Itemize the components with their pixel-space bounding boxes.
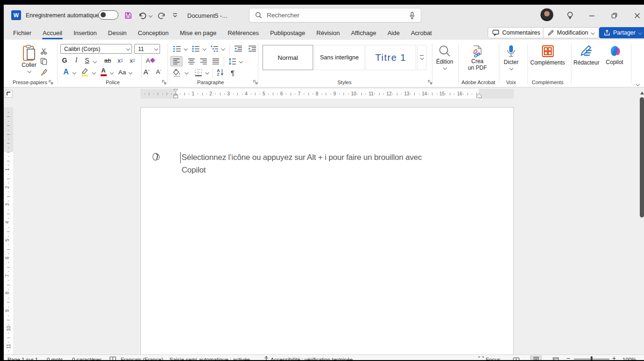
autocomplete-status[interactable]: Saisie semi-automatique : activée <box>169 356 250 360</box>
borders-button[interactable] <box>193 67 204 78</box>
superscript-button[interactable]: x2 <box>127 56 138 65</box>
borders-dropdown[interactable] <box>204 70 210 75</box>
customize-quick-access-button[interactable] <box>169 10 181 21</box>
copilot-placeholder-line2[interactable]: Copilot <box>182 166 206 175</box>
strikethrough-button[interactable]: ab <box>102 56 113 65</box>
ribbon-tab[interactable]: Conception <box>132 26 175 40</box>
scroll-up-arrow[interactable] <box>640 92 644 94</box>
multilevel-list-button[interactable] <box>209 44 220 53</box>
multilevel-dropdown[interactable] <box>220 46 226 51</box>
redo-button[interactable] <box>156 10 168 21</box>
comments-button[interactable]: Commentaires <box>488 27 545 38</box>
clear-formatting-button[interactable]: A <box>144 56 156 65</box>
language-indicator[interactable]: Français (France) <box>121 356 163 360</box>
ribbon-tab[interactable]: Accueil <box>37 26 68 40</box>
highlight-color-button[interactable] <box>79 67 91 77</box>
ribbon-tab[interactable]: Dessin <box>102 26 132 40</box>
increase-indent-button[interactable] <box>246 44 258 53</box>
microphone-icon[interactable] <box>409 12 415 19</box>
ribbon-tab[interactable]: Insertion <box>68 26 102 40</box>
align-center-button[interactable] <box>185 56 198 66</box>
read-mode-button[interactable] <box>510 355 522 360</box>
restore-button[interactable] <box>608 9 620 22</box>
font-color-dropdown[interactable] <box>109 70 114 75</box>
italic-button[interactable]: I <box>72 56 80 65</box>
shading-dropdown[interactable] <box>183 70 189 75</box>
bullets-dropdown[interactable] <box>183 46 188 51</box>
font-name-combobox[interactable]: Calibri (Corps) <box>60 44 132 54</box>
numbering-button[interactable] <box>190 44 201 53</box>
print-layout-button[interactable] <box>530 355 542 360</box>
addins-button[interactable]: Compléments <box>528 45 567 66</box>
word-logo-icon[interactable]: W <box>11 10 21 20</box>
copy-button[interactable] <box>38 57 49 66</box>
style-no-spacing[interactable]: Sans interligne <box>314 45 365 70</box>
bold-button[interactable]: G <box>60 56 69 65</box>
line-spacing-dropdown[interactable] <box>238 58 243 64</box>
align-right-button[interactable] <box>198 56 210 66</box>
share-button[interactable]: Partager <box>599 27 644 38</box>
zoom-out-button[interactable]: − <box>566 355 570 360</box>
autosave-toggle[interactable] <box>98 10 118 20</box>
editing-group-button[interactable]: Édition <box>432 45 457 70</box>
editor-button[interactable]: Rédacteur <box>572 45 601 66</box>
copilot-ghost-icon[interactable] <box>151 152 160 161</box>
ribbon-tab[interactable]: Aide <box>382 26 405 40</box>
undo-dropdown[interactable] <box>147 10 154 21</box>
ribbon-tab[interactable]: Affichage <box>345 26 382 40</box>
style-heading1[interactable]: Titre 1 <box>366 45 416 70</box>
proofing-book-icon[interactable] <box>110 356 116 360</box>
ribbon-tab[interactable]: Mise en page <box>174 26 222 40</box>
zoom-in-button[interactable]: + <box>612 355 616 360</box>
cut-button[interactable] <box>38 46 49 56</box>
bullets-button[interactable] <box>171 44 183 53</box>
shrink-font-button[interactable]: Aˇ <box>153 66 165 77</box>
vertical-scrollbar-thumb[interactable] <box>640 97 644 217</box>
ribbon-tab[interactable]: Révision <box>311 26 345 40</box>
underline-button[interactable]: S <box>83 56 91 65</box>
word-count[interactable]: 0 mots <box>47 356 63 360</box>
change-case-dropdown[interactable] <box>127 70 133 75</box>
undo-button[interactable] <box>137 10 148 21</box>
align-left-button[interactable] <box>170 56 183 66</box>
numbering-dropdown[interactable] <box>201 46 207 51</box>
font-dialog-launcher[interactable] <box>162 80 167 85</box>
horizontal-ruler[interactable]: 12345678910111213141516 <box>140 89 514 99</box>
highlight-dropdown[interactable] <box>91 70 96 75</box>
copilot-button[interactable]: Copilot <box>602 45 627 65</box>
ribbon-tab[interactable]: Références <box>222 26 264 40</box>
font-color-button[interactable]: A <box>98 66 109 77</box>
search-box[interactable]: Rechercher <box>249 8 421 22</box>
dictate-button[interactable]: Dicter <box>500 45 522 70</box>
subscript-button[interactable]: x2 <box>115 56 125 65</box>
decrease-indent-button[interactable] <box>232 44 244 53</box>
accessibility-status[interactable]: Accessibilité : vérification terminée <box>271 356 353 360</box>
help-lightbulb-button[interactable] <box>564 9 576 22</box>
underline-dropdown[interactable] <box>92 58 97 64</box>
minimize-button[interactable] <box>585 9 598 22</box>
right-indent-marker[interactable] <box>476 93 482 98</box>
document-page[interactable]: Sélectionnez l’icône ou appuyez sur Alt … <box>140 107 514 354</box>
clipboard-dialog-launcher[interactable] <box>49 80 53 85</box>
tab-stop-selector[interactable] <box>5 90 13 98</box>
show-formatting-button[interactable]: ¶ <box>227 67 238 78</box>
styles-gallery-more-button[interactable] <box>417 45 426 70</box>
character-count[interactable]: 0 caractères <box>72 356 102 360</box>
focus-button[interactable]: Focus <box>486 356 500 360</box>
copilot-placeholder-line1[interactable]: Sélectionnez l’icône ou appuyez sur Alt … <box>182 153 422 162</box>
user-avatar[interactable] <box>540 8 554 22</box>
style-normal[interactable]: Normal <box>263 45 313 70</box>
line-spacing-button[interactable] <box>227 56 238 66</box>
collapse-ribbon-button[interactable] <box>633 81 642 87</box>
ribbon-tab[interactable]: Fichier <box>7 26 37 40</box>
ribbon-tab[interactable]: Acrobat <box>405 26 438 40</box>
close-button[interactable] <box>631 9 643 22</box>
web-layout-button[interactable] <box>549 355 562 360</box>
format-painter-button[interactable] <box>38 67 49 77</box>
change-case-button[interactable]: Aa <box>116 67 128 77</box>
sort-button[interactable]: A Z <box>214 67 227 78</box>
ribbon-tab[interactable]: Publipostage <box>264 26 311 40</box>
justify-button[interactable] <box>210 56 222 66</box>
editing-mode-button[interactable]: Modification <box>543 27 599 38</box>
shading-button[interactable] <box>171 67 183 78</box>
